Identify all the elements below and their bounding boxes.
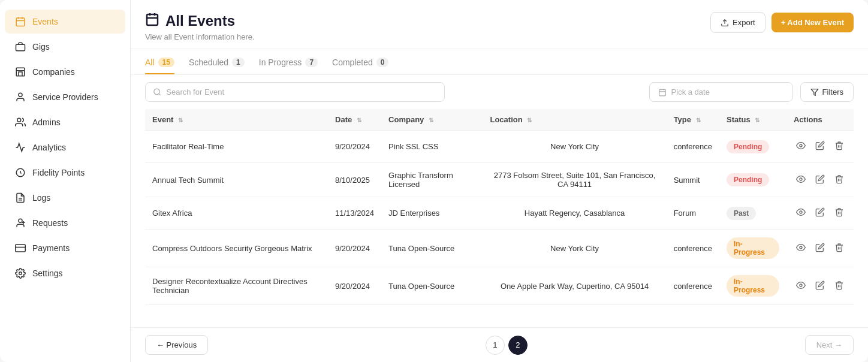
sidebar-item-settings[interactable]: Settings <box>5 261 125 285</box>
svg-point-32 <box>800 246 802 249</box>
edit-button[interactable] <box>813 172 827 188</box>
cell-date: 8/10/2025 <box>328 163 381 197</box>
star-icon <box>14 167 26 179</box>
tab-completed[interactable]: Completed 0 <box>332 52 388 74</box>
edit-button[interactable] <box>813 278 827 294</box>
sidebar-item-label: Payments <box>32 243 70 253</box>
briefcase-icon <box>14 41 26 53</box>
view-button[interactable] <box>794 205 808 221</box>
svg-rect-24 <box>659 89 665 96</box>
table-row: Designer Recontextualize Account Directi… <box>145 267 854 305</box>
cell-type: Forum <box>667 197 719 230</box>
delete-button[interactable] <box>832 205 846 221</box>
svg-rect-0 <box>16 18 25 26</box>
view-button[interactable] <box>794 138 808 155</box>
cell-location: New York City <box>483 131 666 163</box>
tab-scheduled[interactable]: Scheduled 1 <box>189 52 245 74</box>
delete-button[interactable] <box>832 240 846 257</box>
cell-status: Pending <box>719 163 786 197</box>
sidebar-item-label: Analytics <box>32 143 66 152</box>
tab-all-label: All <box>145 58 155 67</box>
svg-point-31 <box>800 211 802 213</box>
sidebar-item-events[interactable]: Events <box>5 10 125 34</box>
user-plus-icon <box>14 217 26 229</box>
sidebar-item-payments[interactable]: Payments <box>5 236 125 260</box>
cell-event: Designer Recontextualize Account Directi… <box>145 267 328 305</box>
sidebar-item-companies[interactable]: Companies <box>5 60 125 84</box>
pagination: ← Previous 1 2 Next → <box>131 327 868 362</box>
table-row: Compress Outdoors Security Gorgeous Matr… <box>145 230 854 267</box>
sidebar-item-label: Logs <box>32 193 50 203</box>
cell-date: 9/20/2024 <box>328 131 381 163</box>
svg-point-16 <box>19 272 22 275</box>
cell-location: One Apple Park Way, Cupertino, CA 95014 <box>483 267 666 305</box>
svg-point-33 <box>800 284 802 286</box>
sidebar: Events Gigs Companies Service Providers … <box>0 0 131 362</box>
tab-completed-label: Completed <box>332 58 373 67</box>
svg-point-29 <box>800 144 802 147</box>
cell-company: Tuna Open-Source <box>381 267 483 305</box>
tab-all-count: 15 <box>158 58 174 67</box>
col-type[interactable]: Type ⇅ <box>667 109 719 131</box>
gear-icon <box>14 267 26 279</box>
sidebar-item-fidelity-points[interactable]: Fidelity Points <box>5 161 125 185</box>
add-event-button[interactable]: + Add New Event <box>771 13 854 32</box>
view-button[interactable] <box>794 240 808 257</box>
page-numbers: 1 2 <box>486 336 528 355</box>
cell-actions <box>786 197 854 230</box>
date-picker[interactable]: Pick a date <box>649 82 793 102</box>
sidebar-item-label: Companies <box>32 67 75 77</box>
cell-actions <box>786 230 854 267</box>
sidebar-item-gigs[interactable]: Gigs <box>5 35 125 59</box>
search-box[interactable] <box>145 82 445 102</box>
sidebar-item-label: Admins <box>32 117 61 127</box>
sidebar-item-logs[interactable]: Logs <box>5 186 125 210</box>
edit-button[interactable] <box>813 240 827 257</box>
search-input[interactable] <box>166 88 437 96</box>
sidebar-item-label: Requests <box>32 218 68 228</box>
cell-date: 11/13/2024 <box>328 197 381 230</box>
page-1[interactable]: 1 <box>486 336 505 355</box>
events-table: Event ⇅ Date ⇅ Company ⇅ Location ⇅ Type… <box>145 109 854 305</box>
col-location[interactable]: Location ⇅ <box>483 109 666 131</box>
sidebar-item-label: Events <box>32 17 58 26</box>
col-event[interactable]: Event ⇅ <box>145 109 328 131</box>
next-button[interactable]: Next → <box>805 335 854 355</box>
table-row: Facilitator Real-Time 9/20/2024 Pink SSL… <box>145 131 854 163</box>
page-2[interactable]: 2 <box>508 336 528 355</box>
edit-button[interactable] <box>813 205 827 221</box>
filter-button[interactable]: Filters <box>800 82 854 102</box>
delete-button[interactable] <box>832 138 846 155</box>
tab-inprogress-label: In Progress <box>259 58 302 67</box>
sidebar-item-service-providers[interactable]: Service Providers <box>5 85 125 109</box>
sidebar-item-label: Gigs <box>32 42 50 52</box>
sidebar-item-analytics[interactable]: Analytics <box>5 135 125 159</box>
export-label: Export <box>733 18 755 27</box>
delete-button[interactable] <box>832 172 846 188</box>
view-button[interactable] <box>794 278 808 294</box>
export-button[interactable]: Export <box>710 12 765 33</box>
cell-actions <box>786 163 854 197</box>
svg-line-23 <box>159 93 161 95</box>
tab-in-progress[interactable]: In Progress 7 <box>259 52 318 74</box>
prev-label: ← Previous <box>156 340 197 349</box>
header-left: All Events View all Event information he… <box>145 12 255 41</box>
cell-actions <box>786 267 854 305</box>
col-status[interactable]: Status ⇅ <box>719 109 786 131</box>
cell-company: Graphic Transform Licensed <box>381 163 483 197</box>
edit-button[interactable] <box>813 138 827 155</box>
sidebar-item-requests[interactable]: Requests <box>5 211 125 235</box>
calendar-page-icon <box>145 12 159 30</box>
col-actions: Actions <box>786 109 854 131</box>
col-company[interactable]: Company ⇅ <box>381 109 483 131</box>
view-button[interactable] <box>794 172 808 188</box>
sidebar-item-admins[interactable]: Admins <box>5 110 125 134</box>
cell-location: Hayatt Regency, Casablanca <box>483 197 666 230</box>
tab-all[interactable]: All 15 <box>145 52 174 74</box>
prev-button[interactable]: ← Previous <box>145 335 208 355</box>
events-table-container: Event ⇅ Date ⇅ Company ⇅ Location ⇅ Type… <box>131 109 868 327</box>
tab-inprogress-count: 7 <box>305 58 318 67</box>
col-date[interactable]: Date ⇅ <box>328 109 381 131</box>
delete-button[interactable] <box>832 278 846 294</box>
cell-actions <box>786 131 854 163</box>
